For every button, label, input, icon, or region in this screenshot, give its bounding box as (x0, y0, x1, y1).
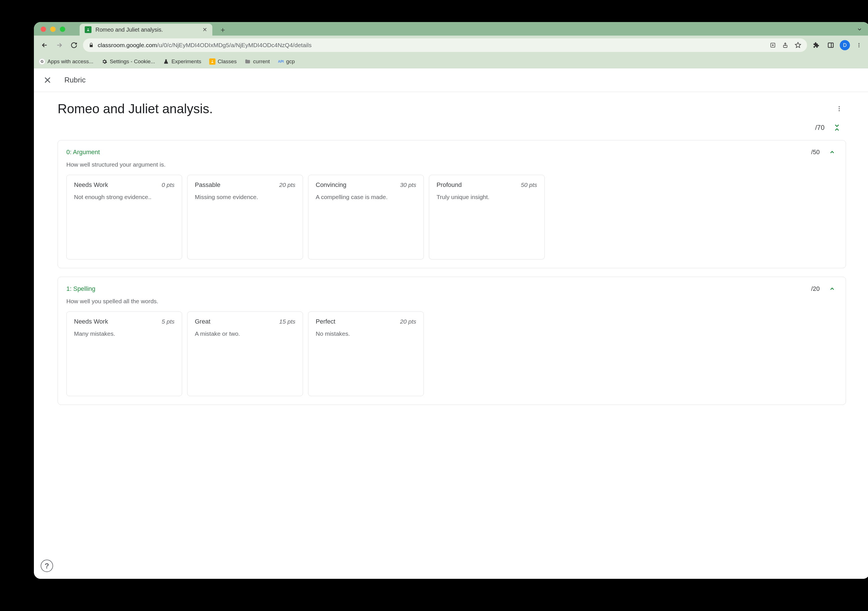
bookmark-experiments[interactable]: Experiments (163, 59, 202, 65)
api-icon: API (277, 59, 284, 65)
criterion: 0: Argument/50How well structured your a… (57, 140, 846, 268)
tab-title: Romeo and Juliet analysis. (95, 26, 198, 33)
bookmark-apps-access[interactable]: G Apps with access... (39, 59, 93, 65)
level-header: Convincing30 pts (316, 181, 416, 189)
bookmark-star-icon[interactable] (795, 42, 801, 48)
address-bar-actions (770, 42, 801, 48)
lock-icon (89, 43, 94, 48)
google-favicon-icon: G (39, 59, 45, 65)
levels-row: Needs Work0 ptsNot enough strong evidenc… (67, 175, 837, 259)
browser-window: Romeo and Juliet analysis. ✕ ＋ classroom… (34, 22, 868, 579)
tab-close-icon[interactable]: ✕ (203, 26, 207, 33)
svg-point-10 (839, 108, 840, 109)
level-description: No mistakes. (316, 329, 416, 338)
gear-icon (101, 59, 108, 65)
level-description: A mistake or two. (195, 329, 295, 338)
install-app-icon[interactable] (770, 42, 776, 48)
assignment-title: Romeo and Juliet analysis. (57, 101, 213, 116)
help-button[interactable]: ? (41, 560, 53, 572)
bookmark-current[interactable]: current (245, 59, 270, 65)
level-points: 20 pts (279, 181, 295, 188)
new-tab-button[interactable]: ＋ (217, 24, 228, 35)
total-row: /70 (57, 122, 846, 133)
level-points: 50 pts (521, 181, 537, 188)
svg-point-7 (859, 46, 859, 47)
folder-icon (245, 59, 251, 65)
tabs-dropdown-icon[interactable] (857, 26, 862, 32)
level-points: 30 pts (400, 181, 416, 188)
more-options-button[interactable] (832, 102, 846, 115)
level-header: Great15 pts (195, 318, 295, 325)
address-bar[interactable]: classroom.google.com/u/0/c/NjEyMDI4ODIxM… (83, 39, 807, 52)
level-header: Profound50 pts (437, 181, 537, 189)
total-points: /70 (815, 124, 825, 132)
criterion-header: 0: Argument/50 (67, 147, 837, 157)
svg-point-8 (212, 60, 213, 61)
rubric-content: Romeo and Juliet analysis. /70 0: Argume… (34, 92, 868, 422)
svg-point-9 (839, 106, 840, 107)
level-name: Passable (195, 181, 220, 189)
level-name: Convincing (316, 181, 346, 189)
window-minimize-button[interactable] (50, 26, 56, 32)
svg-rect-3 (828, 43, 833, 47)
collapse-all-button[interactable] (831, 122, 843, 133)
window-maximize-button[interactable] (60, 26, 65, 32)
level-card[interactable]: Needs Work0 ptsNot enough strong evidenc… (67, 175, 182, 259)
level-card[interactable]: Perfect20 ptsNo mistakes. (308, 312, 424, 396)
back-button[interactable] (39, 40, 50, 51)
forward-button[interactable] (54, 40, 65, 51)
share-icon[interactable] (782, 42, 788, 48)
level-points: 15 pts (279, 318, 295, 325)
criterion-points: /20 (811, 285, 820, 293)
flask-icon (163, 59, 169, 65)
criterion-description: How well you spelled all the words. (67, 298, 837, 305)
bookmark-classes[interactable]: Classes (209, 59, 237, 65)
levels-row: Needs Work5 ptsMany mistakes.Great15 pts… (67, 312, 837, 396)
svg-point-11 (839, 110, 840, 111)
criterion-name: 1: Spelling (67, 285, 95, 293)
svg-point-0 (88, 28, 89, 29)
svg-point-5 (859, 43, 859, 44)
profile-avatar[interactable]: D (840, 40, 850, 50)
level-points: 20 pts (400, 318, 416, 325)
level-card[interactable]: Needs Work5 ptsMany mistakes. (67, 312, 182, 396)
level-card[interactable]: Passable20 ptsMissing some evidence. (187, 175, 303, 259)
level-card[interactable]: Convincing30 ptsA compelling case is mad… (308, 175, 424, 259)
close-rubric-button[interactable]: ✕ (42, 74, 53, 86)
side-panel-icon[interactable] (825, 40, 836, 51)
level-description: A compelling case is made. (316, 192, 416, 202)
criterion: 1: Spelling/20How well you spelled all t… (57, 277, 846, 405)
rubric-header-bar: ✕ Rubric (34, 68, 868, 92)
level-description: Many mistakes. (74, 329, 175, 338)
tab-strip-bar: Romeo and Juliet analysis. ✕ ＋ (34, 22, 868, 36)
bookmark-gcp[interactable]: API gcp (277, 59, 295, 65)
level-card[interactable]: Profound50 ptsTruly unique insight. (429, 175, 545, 259)
level-points: 0 pts (161, 181, 175, 188)
level-card[interactable]: Great15 ptsA mistake or two. (187, 312, 303, 396)
level-name: Needs Work (74, 181, 108, 189)
criterion-header-right: /50 (811, 147, 837, 157)
title-row: Romeo and Juliet analysis. (57, 101, 846, 116)
level-description: Truly unique insight. (437, 192, 537, 202)
window-controls (41, 26, 65, 32)
level-header: Perfect20 pts (316, 318, 416, 325)
extensions-icon[interactable] (811, 40, 822, 51)
criterion-collapse-button[interactable] (827, 284, 837, 294)
url-text: classroom.google.com/u/0/c/NjEyMDI4ODIxM… (98, 42, 312, 48)
chrome-menu-icon[interactable] (853, 40, 865, 51)
page-content: ✕ Rubric Romeo and Juliet analysis. /70 … (34, 68, 868, 579)
level-header: Passable20 pts (195, 181, 295, 189)
browser-toolbar: classroom.google.com/u/0/c/NjEyMDI4ODIxM… (34, 36, 868, 55)
level-name: Profound (437, 181, 462, 189)
bookmarks-bar: G Apps with access... Settings - Cookie.… (34, 55, 868, 68)
browser-tab[interactable]: Romeo and Juliet analysis. ✕ (80, 24, 212, 36)
level-points: 5 pts (161, 318, 175, 325)
window-close-button[interactable] (41, 26, 46, 32)
criterion-header: 1: Spelling/20 (67, 284, 837, 294)
reload-button[interactable] (68, 40, 80, 51)
criterion-collapse-button[interactable] (827, 147, 837, 157)
bookmark-settings-cookie[interactable]: Settings - Cookie... (101, 59, 155, 65)
criterion-name: 0: Argument (67, 149, 100, 156)
svg-point-6 (859, 45, 859, 45)
level-header: Needs Work0 pts (74, 181, 175, 189)
